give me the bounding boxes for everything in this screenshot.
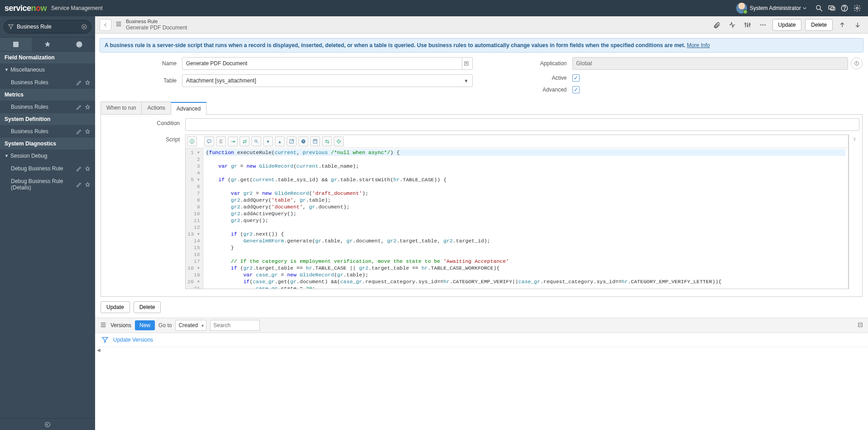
code-line[interactable]: var gr2 = new GlideRecord('draft_documen…: [206, 190, 845, 197]
code-line[interactable]: [206, 224, 845, 231]
code-line[interactable]: gr2.addActiveQuery();: [206, 210, 845, 217]
nav-subheader[interactable]: ▼Session Debug: [0, 150, 95, 162]
table-select[interactable]: Attachment [sys_attachment] ▼: [182, 74, 473, 87]
code-line[interactable]: if(case_gr.get(gr.document) &&(case_gr.r…: [206, 278, 845, 285]
code-line[interactable]: (function executeRule(current, previous …: [206, 149, 845, 156]
nav-item[interactable]: Business Rules: [0, 125, 95, 138]
form-menu-icon[interactable]: [115, 20, 122, 29]
editor-search-icon[interactable]: [251, 136, 261, 146]
code-line[interactable]: gr2.query();: [206, 217, 845, 224]
goto-select[interactable]: Created: [175, 320, 206, 331]
favorite-icon[interactable]: [85, 166, 91, 172]
code-line[interactable]: gr2.addQuery('document', gr.document);: [206, 203, 845, 210]
related-collapse-icon[interactable]: [857, 322, 863, 329]
nav-tab-all[interactable]: [0, 38, 32, 51]
nav-tab-history[interactable]: [63, 38, 95, 51]
hscroll[interactable]: ◀: [95, 347, 868, 353]
avatar[interactable]: [736, 3, 747, 14]
nav-filter[interactable]: Business Rule: [4, 20, 91, 34]
editor-save-icon[interactable]: [310, 136, 320, 146]
nav-subheader[interactable]: ▼Miscellaneous: [0, 63, 95, 76]
nav-header[interactable]: System Diagnostics: [0, 138, 95, 150]
edit-icon[interactable]: [76, 104, 82, 110]
editor-help-icon[interactable]: ?: [298, 136, 308, 146]
clear-icon[interactable]: [81, 24, 87, 30]
funnel-icon[interactable]: [101, 336, 109, 343]
code-line[interactable]: GeneralHRForm.generate(gr.table, gr.docu…: [206, 237, 845, 244]
code-line[interactable]: if (gr2.target_table == hr.TABLE_CASE ||…: [206, 265, 845, 271]
attachment-icon[interactable]: [711, 21, 723, 29]
gear-icon[interactable]: [851, 4, 863, 12]
nav-item[interactable]: Debug Business Rule: [0, 162, 95, 175]
code-line[interactable]: case_gr.state = 20;: [206, 285, 845, 289]
more-icon[interactable]: [757, 21, 769, 29]
nav-item[interactable]: Business Rules: [0, 101, 95, 113]
code-line[interactable]: if (gr.get(current.table_sys_id) && gr.t…: [206, 176, 845, 183]
favorite-icon[interactable]: [85, 104, 91, 110]
edit-icon[interactable]: [76, 129, 82, 135]
related-menu-icon[interactable]: [100, 321, 107, 330]
editor-format-icon[interactable]: [216, 136, 226, 146]
delete-button[interactable]: Delete: [805, 19, 833, 31]
code-line[interactable]: [206, 156, 845, 163]
prev-record-icon[interactable]: [836, 21, 848, 29]
tab-when-to-run[interactable]: When to run: [101, 101, 142, 114]
code-line[interactable]: gr2.addQuery('table', gr.table);: [206, 197, 845, 203]
footer-update-button[interactable]: Update: [101, 301, 130, 313]
tab-advanced[interactable]: Advanced: [171, 102, 206, 115]
nav-header[interactable]: System Definition: [0, 113, 95, 125]
personalize-icon[interactable]: [742, 21, 753, 29]
nav-item[interactable]: Debug Business Rule (Details): [0, 175, 95, 194]
editor-wrap-icon[interactable]: ⇥: [228, 136, 238, 146]
favorite-icon[interactable]: [85, 129, 91, 135]
condition-field[interactable]: [185, 118, 859, 131]
advanced-checkbox[interactable]: ✓: [572, 86, 580, 93]
code-line[interactable]: [206, 183, 845, 190]
editor-comment-icon[interactable]: [204, 136, 214, 146]
related-new-button[interactable]: New: [135, 320, 155, 330]
chat-icon[interactable]: [825, 4, 838, 12]
nav-tab-favorites[interactable]: [32, 38, 63, 51]
update-button[interactable]: Update: [772, 19, 802, 31]
code-line[interactable]: // If the category is employment verific…: [206, 258, 845, 265]
user-menu[interactable]: System Administrator: [750, 5, 806, 11]
application-info-icon[interactable]: [851, 58, 863, 69]
edit-icon[interactable]: [76, 182, 82, 188]
nav-item[interactable]: Business Rules: [0, 76, 95, 89]
code-line[interactable]: var gr = new GlideRecord(current.table_n…: [206, 163, 845, 169]
editor-replace-icon[interactable]: ⇄: [240, 136, 249, 146]
nav-collapse[interactable]: [0, 418, 95, 430]
code-line[interactable]: if (gr2.next()) {: [206, 231, 845, 237]
editor-scriptinfo-icon[interactable]: [187, 136, 197, 146]
editor-popout-icon[interactable]: [287, 136, 297, 146]
editor-debug-icon[interactable]: [334, 136, 344, 146]
editor-diff-icon[interactable]: ⇆: [322, 136, 332, 146]
nav-header[interactable]: Field Normalization: [0, 52, 95, 63]
code-line[interactable]: }: [206, 244, 845, 251]
help-icon[interactable]: [838, 4, 851, 12]
editor-body[interactable]: 1 ▾2345 ▾678910111213 ▾1415161718 ▾1920 …: [186, 148, 848, 289]
editor-up-icon[interactable]: ▴: [275, 136, 285, 146]
editor-down-icon[interactable]: ▾: [263, 136, 273, 146]
favorite-icon[interactable]: [85, 80, 91, 86]
tab-actions[interactable]: Actions: [141, 101, 171, 114]
code-line[interactable]: var case_gr = new GlideRecord(gr.table);: [206, 271, 845, 278]
code-line[interactable]: [206, 169, 845, 176]
favorite-icon[interactable]: [85, 182, 91, 188]
next-record-icon[interactable]: [852, 21, 863, 29]
name-field[interactable]: Generate PDF Document: [182, 57, 462, 70]
search-icon[interactable]: [813, 4, 825, 12]
related-search-input[interactable]: [210, 320, 260, 331]
code-line[interactable]: [206, 251, 845, 258]
script-editor[interactable]: ⇥ ⇄ ▾ ▴ ? ⇆ 1 ▾2345 ▾678910111: [185, 135, 849, 289]
footer-delete-button[interactable]: Delete: [134, 301, 161, 313]
editor-expand-icon[interactable]: [849, 135, 859, 289]
back-button[interactable]: [100, 19, 111, 31]
related-filter-link[interactable]: Update Versions: [113, 337, 153, 343]
activity-icon[interactable]: [726, 21, 738, 29]
more-info-link[interactable]: More Info: [687, 42, 710, 48]
nav-header[interactable]: Metrics: [0, 89, 95, 101]
name-suggest-icon[interactable]: [461, 57, 473, 70]
active-checkbox[interactable]: ✓: [572, 74, 580, 82]
edit-icon[interactable]: [76, 166, 82, 172]
